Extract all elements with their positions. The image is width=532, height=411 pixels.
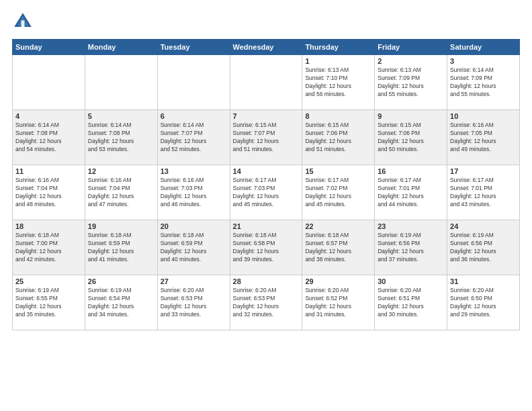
day-info: Sunrise: 6:19 AM Sunset: 6:55 PM Dayligh…	[15, 287, 82, 319]
day-info: Sunrise: 6:20 AM Sunset: 6:52 PM Dayligh…	[305, 287, 371, 319]
day-info: Sunrise: 6:13 AM Sunset: 7:10 PM Dayligh…	[305, 66, 371, 99]
day-number: 17	[450, 167, 517, 175]
calendar-cell: 18Sunrise: 6:18 AM Sunset: 7:00 PM Dayli…	[13, 220, 85, 275]
day-number: 16	[378, 167, 444, 175]
day-info: Sunrise: 6:14 AM Sunset: 7:09 PM Dayligh…	[450, 66, 517, 99]
calendar-cell: 23Sunrise: 6:19 AM Sunset: 6:56 PM Dayli…	[375, 220, 447, 275]
day-number: 7	[233, 112, 300, 120]
day-number: 31	[450, 277, 517, 285]
weekday-header-tuesday: Tuesday	[157, 40, 230, 55]
day-number: 18	[15, 222, 82, 230]
calendar-cell: 22Sunrise: 6:18 AM Sunset: 6:57 PM Dayli…	[302, 220, 375, 275]
day-info: Sunrise: 6:16 AM Sunset: 7:05 PM Dayligh…	[450, 122, 517, 154]
day-number: 20	[161, 222, 227, 230]
day-number: 12	[88, 167, 154, 175]
day-info: Sunrise: 6:19 AM Sunset: 6:54 PM Dayligh…	[88, 287, 154, 319]
day-info: Sunrise: 6:19 AM Sunset: 6:56 PM Dayligh…	[450, 232, 517, 264]
calendar-cell: 3Sunrise: 6:14 AM Sunset: 7:09 PM Daylig…	[447, 55, 520, 110]
calendar-cell: 9Sunrise: 6:15 AM Sunset: 7:06 PM Daylig…	[375, 110, 447, 165]
calendar-cell: 20Sunrise: 6:18 AM Sunset: 6:59 PM Dayli…	[157, 220, 230, 275]
weekday-header-wednesday: Wednesday	[230, 40, 302, 55]
header	[12, 11, 520, 32]
day-number: 29	[305, 277, 371, 285]
day-number: 21	[233, 222, 300, 230]
calendar-cell: 2Sunrise: 6:13 AM Sunset: 7:09 PM Daylig…	[375, 55, 447, 110]
day-info: Sunrise: 6:17 AM Sunset: 7:01 PM Dayligh…	[450, 177, 517, 209]
calendar-cell: 10Sunrise: 6:16 AM Sunset: 7:05 PM Dayli…	[447, 110, 520, 165]
calendar-cell: 21Sunrise: 6:18 AM Sunset: 6:58 PM Dayli…	[230, 220, 302, 275]
day-info: Sunrise: 6:18 AM Sunset: 6:57 PM Dayligh…	[305, 232, 371, 264]
day-info: Sunrise: 6:20 AM Sunset: 6:53 PM Dayligh…	[161, 287, 227, 319]
day-number: 5	[88, 112, 154, 120]
calendar-cell: 15Sunrise: 6:17 AM Sunset: 7:02 PM Dayli…	[302, 165, 375, 220]
calendar-cell: 17Sunrise: 6:17 AM Sunset: 7:01 PM Dayli…	[447, 165, 520, 220]
day-info: Sunrise: 6:16 AM Sunset: 7:03 PM Dayligh…	[161, 177, 227, 209]
weekday-header-friday: Friday	[375, 40, 447, 55]
day-number: 14	[233, 167, 300, 175]
weekday-header-monday: Monday	[85, 40, 157, 55]
calendar-table: SundayMondayTuesdayWednesdayThursdayFrid…	[12, 39, 520, 330]
day-number: 1	[305, 57, 371, 65]
page: SundayMondayTuesdayWednesdayThursdayFrid…	[0, 0, 532, 411]
logo-icon	[12, 11, 34, 32]
day-number: 27	[161, 277, 227, 285]
day-info: Sunrise: 6:16 AM Sunset: 7:04 PM Dayligh…	[15, 177, 82, 209]
calendar-cell: 30Sunrise: 6:20 AM Sunset: 6:51 PM Dayli…	[375, 275, 447, 330]
day-number: 25	[15, 277, 82, 285]
day-number: 26	[88, 277, 154, 285]
calendar-week-2: 4Sunrise: 6:14 AM Sunset: 7:08 PM Daylig…	[13, 110, 520, 165]
day-info: Sunrise: 6:20 AM Sunset: 6:50 PM Dayligh…	[450, 287, 517, 319]
calendar-week-4: 18Sunrise: 6:18 AM Sunset: 7:00 PM Dayli…	[13, 220, 520, 275]
calendar-cell: 12Sunrise: 6:16 AM Sunset: 7:04 PM Dayli…	[85, 165, 157, 220]
weekday-header-thursday: Thursday	[302, 40, 375, 55]
day-number: 22	[305, 222, 371, 230]
calendar-cell	[230, 55, 302, 110]
calendar-cell: 13Sunrise: 6:16 AM Sunset: 7:03 PM Dayli…	[157, 165, 230, 220]
calendar-week-1: 1Sunrise: 6:13 AM Sunset: 7:10 PM Daylig…	[13, 55, 520, 110]
calendar-cell	[13, 55, 85, 110]
day-number: 4	[15, 112, 82, 120]
calendar-cell	[85, 55, 157, 110]
calendar-cell: 26Sunrise: 6:19 AM Sunset: 6:54 PM Dayli…	[85, 275, 157, 330]
calendar-cell: 29Sunrise: 6:20 AM Sunset: 6:52 PM Dayli…	[302, 275, 375, 330]
day-number: 2	[378, 57, 444, 65]
calendar-header: SundayMondayTuesdayWednesdayThursdayFrid…	[13, 40, 520, 55]
weekday-header-row: SundayMondayTuesdayWednesdayThursdayFrid…	[13, 40, 520, 55]
day-info: Sunrise: 6:18 AM Sunset: 6:59 PM Dayligh…	[88, 232, 154, 264]
day-number: 10	[450, 112, 517, 120]
day-info: Sunrise: 6:17 AM Sunset: 7:03 PM Dayligh…	[233, 177, 300, 209]
day-info: Sunrise: 6:15 AM Sunset: 7:06 PM Dayligh…	[378, 122, 444, 154]
day-number: 13	[161, 167, 227, 175]
day-number: 9	[378, 112, 444, 120]
weekday-header-saturday: Saturday	[447, 40, 520, 55]
logo	[12, 11, 38, 32]
calendar-cell: 8Sunrise: 6:15 AM Sunset: 7:06 PM Daylig…	[302, 110, 375, 165]
day-info: Sunrise: 6:19 AM Sunset: 6:56 PM Dayligh…	[378, 232, 444, 264]
calendar-cell: 11Sunrise: 6:16 AM Sunset: 7:04 PM Dayli…	[13, 165, 85, 220]
day-info: Sunrise: 6:14 AM Sunset: 7:08 PM Dayligh…	[88, 122, 154, 154]
day-info: Sunrise: 6:17 AM Sunset: 7:01 PM Dayligh…	[378, 177, 444, 209]
calendar-cell: 27Sunrise: 6:20 AM Sunset: 6:53 PM Dayli…	[157, 275, 230, 330]
day-info: Sunrise: 6:18 AM Sunset: 6:59 PM Dayligh…	[161, 232, 227, 264]
day-number: 3	[450, 57, 517, 65]
day-info: Sunrise: 6:14 AM Sunset: 7:07 PM Dayligh…	[161, 122, 227, 154]
calendar-cell: 28Sunrise: 6:20 AM Sunset: 6:53 PM Dayli…	[230, 275, 302, 330]
calendar-cell: 5Sunrise: 6:14 AM Sunset: 7:08 PM Daylig…	[85, 110, 157, 165]
calendar-week-5: 25Sunrise: 6:19 AM Sunset: 6:55 PM Dayli…	[13, 275, 520, 330]
calendar-cell: 7Sunrise: 6:15 AM Sunset: 7:07 PM Daylig…	[230, 110, 302, 165]
day-info: Sunrise: 6:18 AM Sunset: 7:00 PM Dayligh…	[15, 232, 82, 264]
svg-rect-2	[21, 20, 25, 27]
calendar-cell: 6Sunrise: 6:14 AM Sunset: 7:07 PM Daylig…	[157, 110, 230, 165]
day-info: Sunrise: 6:17 AM Sunset: 7:02 PM Dayligh…	[305, 177, 371, 209]
day-info: Sunrise: 6:18 AM Sunset: 6:58 PM Dayligh…	[233, 232, 300, 264]
day-info: Sunrise: 6:14 AM Sunset: 7:08 PM Dayligh…	[15, 122, 82, 154]
day-number: 28	[233, 277, 300, 285]
day-number: 19	[88, 222, 154, 230]
calendar-week-3: 11Sunrise: 6:16 AM Sunset: 7:04 PM Dayli…	[13, 165, 520, 220]
calendar-cell: 14Sunrise: 6:17 AM Sunset: 7:03 PM Dayli…	[230, 165, 302, 220]
calendar-cell: 1Sunrise: 6:13 AM Sunset: 7:10 PM Daylig…	[302, 55, 375, 110]
calendar-cell	[157, 55, 230, 110]
day-info: Sunrise: 6:15 AM Sunset: 7:06 PM Dayligh…	[305, 122, 371, 154]
calendar-cell: 25Sunrise: 6:19 AM Sunset: 6:55 PM Dayli…	[13, 275, 85, 330]
calendar-cell: 24Sunrise: 6:19 AM Sunset: 6:56 PM Dayli…	[447, 220, 520, 275]
